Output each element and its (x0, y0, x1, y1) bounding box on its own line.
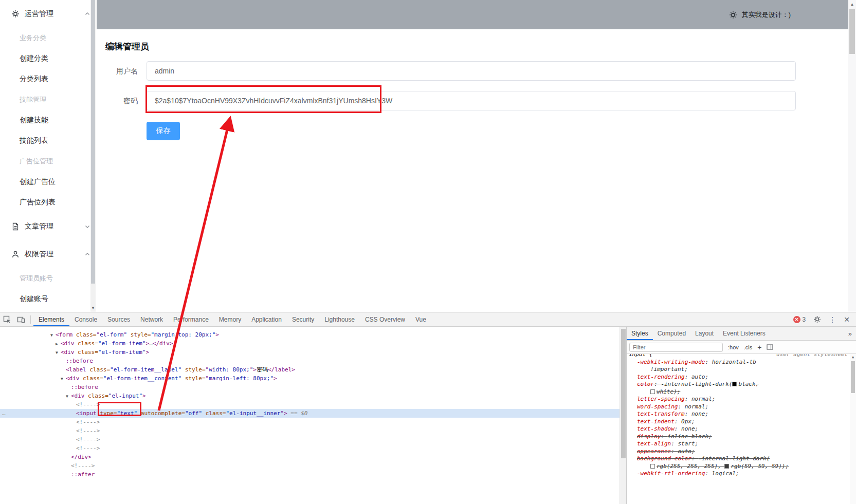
sidebar-item-skill-list[interactable]: 技能列表 (0, 130, 97, 151)
dom-tree-row[interactable]: ::before (0, 357, 620, 365)
devtools-tab-css-overview[interactable]: CSS Overview (360, 312, 410, 326)
styles-filter-input[interactable] (629, 343, 723, 352)
devtools-tab-network[interactable]: Network (135, 312, 168, 326)
collapse-arrow-icon[interactable]: ▼ (56, 348, 61, 357)
tab-styles[interactable]: Styles (627, 327, 653, 340)
css-declaration[interactable]: background-color: -internal-light-dark( (629, 455, 848, 463)
css-declaration[interactable]: !important; (629, 366, 848, 374)
device-toolbar-icon[interactable] (14, 312, 28, 326)
dom-tree-row[interactable]: ::before (0, 383, 620, 391)
elements-scrollbar-thumb[interactable] (621, 329, 626, 458)
dom-tree-row[interactable]: </div> (0, 453, 620, 461)
dom-tree-row[interactable]: <!----> (0, 418, 620, 426)
tab-event-listeners[interactable]: Event Listeners (718, 327, 770, 340)
expand-arrow-icon[interactable]: ▶ (56, 340, 61, 348)
css-declaration[interactable]: appearance: auto; (629, 448, 848, 456)
more-tabs-icon[interactable]: » (848, 330, 856, 338)
css-declaration[interactable]: word-spacing: normal; (629, 403, 848, 411)
sidebar-item-create-ad-slot[interactable]: 创建广告位 (0, 172, 97, 192)
toggle-computed-sidebar-icon[interactable] (767, 344, 773, 350)
new-style-rule-button[interactable]: + (757, 343, 761, 351)
css-declaration[interactable]: display: inline-block; (629, 433, 848, 441)
scroll-up-arrow-icon[interactable]: ▲ (848, 1, 856, 8)
sidebar-item-article-management[interactable]: 文章管理 (0, 213, 97, 240)
dom-tree-row[interactable]: …<input type="text" autocomplete="off" c… (0, 409, 620, 418)
css-declaration[interactable]: -webkit-writing-mode: horizontal-tb (629, 359, 848, 366)
css-declaration[interactable]: white); (629, 388, 848, 396)
settings-gear-icon[interactable] (813, 315, 821, 323)
code-token: > (253, 366, 257, 373)
close-icon[interactable]: ✕ (844, 315, 850, 324)
page-scrollbar[interactable]: ▲ (848, 0, 856, 312)
dom-tree-row[interactable]: <!----> (0, 400, 620, 409)
css-declaration[interactable]: rgb(255, 255, 255), rgb(59, 59, 59)); (629, 463, 848, 471)
devtools-tab-elements[interactable]: Elements (33, 312, 69, 326)
dom-tree-row[interactable]: <!----> (0, 444, 620, 453)
code-token: none; (691, 410, 708, 417)
collapse-arrow-icon[interactable]: ▼ (66, 392, 71, 401)
scroll-down-arrow-icon[interactable]: ▼ (90, 305, 96, 311)
styles-scrollbar-thumb[interactable] (851, 361, 855, 393)
dom-tree-row[interactable]: ▼<div class="el-form-item"> (0, 348, 620, 357)
topbar-user-text[interactable]: 其实我是设计：) (742, 10, 791, 20)
css-declaration[interactable]: text-shadow: none; (629, 425, 848, 433)
save-button[interactable]: 保存 (147, 122, 180, 140)
collapse-arrow-icon[interactable]: ▼ (61, 375, 66, 383)
devtools-tab-security[interactable]: Security (287, 312, 319, 326)
dom-tree-row[interactable]: ::after (0, 470, 620, 479)
devtools-tab-vue[interactable]: Vue (410, 312, 431, 326)
code-token: text-indent (637, 418, 675, 425)
css-declaration[interactable]: -webkit-rtl-ordering: logical; (629, 470, 848, 478)
devtools-tab-sources[interactable]: Sources (102, 312, 135, 326)
dom-tree-row[interactable]: ▼<div class="el-input"> (0, 391, 620, 400)
page-scrollbar-thumb[interactable] (849, 9, 855, 54)
css-declaration[interactable]: text-align: start; (629, 440, 848, 448)
dom-tree-row[interactable]: <label class="el-form-item__label" style… (0, 365, 620, 374)
devtools-tab-memory[interactable]: Memory (214, 312, 246, 326)
elements-scrollbar[interactable] (620, 327, 626, 504)
sidebar-item-operations-management[interactable]: 运营管理 (0, 0, 97, 28)
inspect-element-icon[interactable] (0, 312, 14, 326)
dom-tree-row[interactable]: <!----> (0, 461, 620, 470)
css-declaration[interactable]: letter-spacing: normal; (629, 396, 848, 403)
css-declaration[interactable]: text-rendering: auto; (629, 374, 848, 381)
sidebar-item-create-category[interactable]: 创建分类 (0, 48, 97, 69)
devtools-tab-console[interactable]: Console (69, 312, 102, 326)
sidebar-item-category-list[interactable]: 分类列表 (0, 69, 97, 89)
css-declaration[interactable]: text-transform: none; (629, 410, 848, 418)
css-declaration[interactable]: text-indent: 0px; (629, 418, 848, 426)
gear-icon[interactable] (729, 11, 737, 19)
devtools-tab-performance[interactable]: Performance (168, 312, 214, 326)
stylesheet-origin-link[interactable]: user agent stylesheet (776, 354, 848, 359)
tab-layout[interactable]: Layout (690, 327, 718, 340)
dom-tree-row[interactable]: <!----> (0, 426, 620, 435)
devtools-tab-application[interactable]: Application (246, 312, 287, 326)
password-input[interactable] (147, 91, 796, 110)
code-token: … (149, 340, 153, 347)
code-token: <!----> (76, 427, 100, 434)
toggle-element-state-button[interactable]: :hov (728, 344, 739, 350)
element-classes-button[interactable]: .cls (744, 344, 753, 350)
scroll-up-arrow-icon[interactable]: ▲ (850, 354, 856, 360)
css-declaration[interactable]: color: -internal-light-dark(black, (629, 381, 848, 388)
sidebar-item-permission-management[interactable]: 权限管理 (0, 240, 97, 268)
dom-tree-row[interactable]: ▼<div class="el-form-item__content" styl… (0, 374, 620, 383)
tab-label: Memory (219, 316, 241, 323)
kebab-menu-icon[interactable]: ⋮ (829, 315, 836, 324)
username-input[interactable] (147, 61, 796, 81)
styles-scrollbar[interactable]: ▲ (850, 354, 856, 504)
error-count-badge[interactable]: ✕ 3 (793, 316, 806, 323)
sidebar-scrollbar[interactable]: ▼ (90, 0, 96, 312)
dom-tree-row[interactable]: <!----> (0, 435, 620, 444)
dom-tree-row[interactable]: ▶<div class="el-form-item">…</div> (0, 339, 620, 348)
sidebar-scrollbar-thumb[interactable] (91, 0, 95, 284)
css-selector[interactable]: input { (629, 354, 652, 359)
devtools-tab-lighthouse[interactable]: Lighthouse (319, 312, 360, 326)
sidebar-item-create-account[interactable]: 创建账号 (0, 289, 97, 309)
dom-tree-row[interactable]: ▼<form class="el-form" style="margin-top… (0, 330, 620, 339)
sidebar-item-create-skill[interactable]: 创建技能 (0, 110, 97, 130)
code-token: : (671, 440, 678, 447)
collapse-arrow-icon[interactable]: ▼ (50, 331, 56, 340)
tab-computed[interactable]: Computed (653, 327, 690, 340)
sidebar-item-ad-slot-list[interactable]: 广告位列表 (0, 192, 97, 213)
